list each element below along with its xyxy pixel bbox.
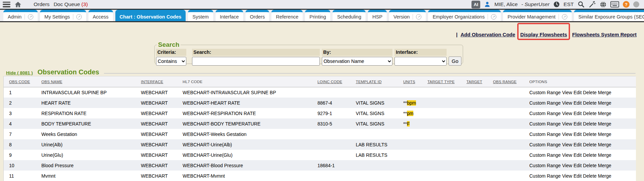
cell-loinc-code: 8310-5 — [317, 118, 356, 129]
option-delete[interactable]: Delete — [583, 90, 597, 95]
option-view[interactable]: View — [562, 132, 572, 137]
avatar-circle[interactable] — [633, 1, 639, 7]
cell-target-type — [427, 171, 466, 181]
option-view[interactable]: View — [562, 152, 572, 158]
wand-icon[interactable] — [589, 1, 596, 8]
column-header-obs-code[interactable]: OBS CODE — [4, 76, 41, 87]
option-view[interactable]: View — [562, 100, 572, 106]
column-header-units[interactable]: UNITS — [403, 76, 427, 87]
option-view[interactable]: View — [562, 142, 572, 147]
ai-button[interactable]: AI — [471, 1, 480, 8]
option-merge[interactable]: Merge — [598, 173, 611, 179]
tab-hsp[interactable]: HSP — [368, 10, 387, 21]
option-delete[interactable]: Delete — [583, 142, 597, 147]
option-merge[interactable]: Merge — [598, 90, 611, 95]
tab-my-settings[interactable]: My Settings↗ — [40, 10, 86, 21]
option-view[interactable]: View — [562, 121, 572, 126]
option-edit[interactable]: Edit — [573, 121, 581, 126]
option-custom-range[interactable]: Custom Range — [529, 163, 561, 168]
option-delete[interactable]: Delete — [583, 152, 597, 158]
option-custom-range[interactable]: Custom Range — [529, 152, 561, 158]
home-icon[interactable] — [14, 1, 22, 8]
help-icon[interactable]: ? — [623, 1, 630, 8]
option-delete[interactable]: Delete — [583, 100, 597, 106]
option-edit[interactable]: Edit — [573, 173, 581, 179]
by-select[interactable]: Observation Name — [322, 57, 392, 66]
option-edit[interactable]: Edit — [573, 100, 581, 106]
option-merge[interactable]: Merge — [598, 100, 611, 106]
hide-count-link[interactable]: Hide ( 8081 ) — [6, 70, 33, 75]
breadcrumb-doc-queue[interactable]: Doc Queue (3) — [53, 1, 88, 7]
option-custom-range[interactable]: Custom Range — [529, 142, 561, 147]
open-in-new-icon[interactable]: ↗ — [25, 14, 33, 20]
option-delete[interactable]: Delete — [583, 163, 597, 168]
keyboard-icon[interactable] — [610, 1, 619, 8]
option-edit[interactable]: Edit — [573, 142, 581, 147]
tab-provider-management[interactable]: Provider Management↗ — [503, 10, 572, 21]
cell-loinc-code — [317, 139, 356, 150]
option-delete[interactable]: Delete — [583, 121, 597, 126]
option-merge[interactable]: Merge — [598, 121, 611, 126]
option-delete[interactable]: Delete — [583, 173, 597, 179]
option-delete[interactable]: Delete — [583, 132, 597, 137]
search-icon[interactable] — [577, 1, 585, 8]
open-in-new-icon[interactable]: ↗ — [73, 14, 82, 20]
option-merge[interactable]: Merge — [598, 163, 611, 168]
criteria-select[interactable]: Contains — [156, 57, 186, 66]
search-input[interactable] — [192, 57, 320, 66]
table-header-row: OBS CODEOBS NAMEINTERFACEHL7 CODELOINC C… — [4, 76, 636, 87]
column-header-interface[interactable]: INTERFACE — [141, 76, 183, 87]
tab-similar-exposure-groups-segs[interactable]: Similar Exposure Groups (SEGs)↗ — [574, 10, 644, 21]
column-header-obs-range[interactable]: OBS RANGE — [493, 76, 529, 87]
option-custom-range[interactable]: Custom Range — [529, 100, 561, 106]
tab-interface[interactable]: Interface — [216, 10, 243, 21]
column-header-template-id[interactable]: TEMPLATE ID — [356, 76, 403, 87]
tab-system[interactable]: System — [188, 10, 213, 21]
option-merge[interactable]: Merge — [598, 152, 611, 158]
globe-icon[interactable] — [600, 1, 607, 8]
option-edit[interactable]: Edit — [573, 132, 581, 137]
column-header-target-type[interactable]: TARGET TYPE — [427, 76, 466, 87]
open-in-new-icon[interactable]: ↗ — [488, 14, 496, 20]
user-role: - SuperUser — [521, 1, 550, 7]
link-add-observation-code[interactable]: Add Observation Code — [461, 32, 516, 37]
option-edit[interactable]: Edit — [573, 163, 581, 168]
hamburger-menu-icon[interactable] — [3, 2, 10, 7]
option-view[interactable]: View — [562, 90, 572, 95]
link-display-flowsheets[interactable]: Display Flowsheets — [520, 32, 567, 37]
option-custom-range[interactable]: Custom Range — [529, 132, 561, 137]
link-flowsheets-system-report[interactable]: Flowsheets System Report — [572, 32, 637, 37]
option-edit[interactable]: Edit — [573, 111, 581, 116]
tab-version[interactable]: Version↗ — [389, 10, 426, 21]
option-view[interactable]: View — [562, 163, 572, 168]
open-in-new-icon[interactable]: ↗ — [559, 14, 567, 20]
option-custom-range[interactable]: Custom Range — [529, 111, 561, 116]
interface-select[interactable] — [394, 57, 447, 66]
option-merge[interactable]: Merge — [598, 142, 611, 147]
column-header-target[interactable]: TARGET — [466, 76, 493, 87]
option-view[interactable]: View — [562, 173, 572, 179]
tab-reference[interactable]: Reference — [271, 10, 303, 21]
option-custom-range[interactable]: Custom Range — [529, 90, 561, 95]
cell-units — [403, 160, 427, 171]
option-custom-range[interactable]: Custom Range — [529, 121, 561, 126]
open-in-new-icon[interactable]: ↗ — [413, 14, 421, 20]
tab-employer-organizations[interactable]: Employer Organizations↗ — [428, 10, 501, 21]
breadcrumb-orders[interactable]: Orders — [34, 1, 49, 7]
option-edit[interactable]: Edit — [573, 152, 581, 158]
tab-chart-observation-codes[interactable]: Chart : Observation Codes — [115, 10, 186, 21]
tab-access[interactable]: Access — [88, 10, 113, 21]
option-merge[interactable]: Merge — [598, 132, 611, 137]
option-custom-range[interactable]: Custom Range — [529, 173, 561, 179]
tab-admin[interactable]: Admin↗ — [3, 10, 38, 21]
tab-orders[interactable]: Orders — [245, 10, 269, 21]
option-view[interactable]: View — [562, 111, 572, 116]
column-header-loinc-code[interactable]: LOINC CODE — [317, 76, 356, 87]
option-delete[interactable]: Delete — [583, 111, 597, 116]
column-header-obs-name[interactable]: OBS NAME — [41, 76, 141, 87]
tab-printing[interactable]: Printing — [305, 10, 330, 21]
go-button[interactable]: Go — [449, 57, 461, 66]
option-merge[interactable]: Merge — [598, 111, 611, 116]
tab-scheduling[interactable]: Scheduling — [333, 10, 366, 21]
option-edit[interactable]: Edit — [573, 90, 581, 95]
